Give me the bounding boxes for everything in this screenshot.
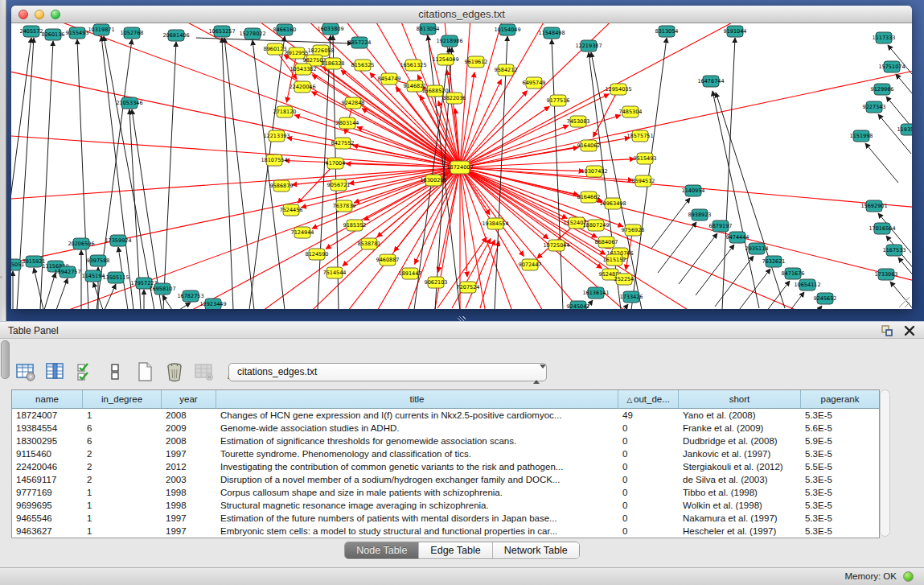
graph-node[interactable]: 8427552 — [331, 138, 355, 149]
graph-node[interactable]: 12213393 — [263, 130, 290, 142]
graph-node[interactable]: 2935114 — [745, 243, 769, 254]
graph-node[interactable]: 17016504 — [869, 223, 895, 234]
graph-node[interactable]: 1733063 — [875, 269, 898, 280]
graph-node[interactable]: 12923449 — [199, 299, 226, 309]
float-panel-icon[interactable] — [881, 324, 893, 337]
graph-node[interactable]: 8960123 — [264, 43, 287, 55]
table-row[interactable]: 1456911722003Disruption of a novel membe… — [12, 473, 879, 486]
graph-node[interactable]: 2405572 — [20, 26, 43, 37]
graph-node[interactable]: 7524456 — [280, 204, 303, 216]
graph-node[interactable]: 1733426 — [620, 291, 643, 303]
delete-column-icon[interactable] — [163, 360, 186, 383]
graph-node[interactable]: 10307432 — [581, 166, 607, 177]
table-row[interactable]: 946362711997Embryonic stem cells: a mode… — [12, 525, 879, 538]
graph-node[interactable]: 12954035 — [605, 84, 631, 95]
graph-node[interactable]: 7514544 — [323, 267, 347, 278]
graph-node[interactable]: 20206596 — [68, 238, 94, 249]
column-header-pagerank[interactable]: pagerank — [801, 390, 879, 408]
graph-node[interactable]: 1167533 — [883, 245, 906, 256]
graph-node[interactable]: 417004 — [326, 158, 346, 169]
graph-node[interactable]: 19384554 — [482, 218, 508, 229]
table-row[interactable]: 969969511998Structural magnetic resonanc… — [12, 499, 879, 512]
window-titlebar[interactable]: citations_edges.txt — [11, 6, 912, 23]
graph-node[interactable]: 9242848 — [342, 97, 365, 109]
graph-node[interactable]: 9191044 — [724, 26, 747, 37]
create-column-icon[interactable] — [133, 360, 156, 383]
citation-network-graph[interactable]: 8960123891295518226058982750381863281054… — [11, 23, 912, 309]
graph-node[interactable]: 1151998 — [850, 130, 873, 142]
column-header-in-degree[interactable]: in_degree — [83, 390, 162, 408]
row-height-icon[interactable] — [104, 360, 126, 383]
table-panel-titlebar[interactable]: Table Panel — [0, 321, 924, 339]
graph-node[interactable]: 9072447 — [519, 259, 542, 270]
column-header-name[interactable]: name — [12, 390, 83, 408]
graph-node[interactable]: 9062103 — [425, 277, 448, 288]
graph-node[interactable]: 16782753 — [177, 290, 203, 302]
graph-node[interactable]: 7207524 — [457, 282, 480, 293]
graph-node[interactable]: 9056721 — [327, 179, 351, 191]
graph-node[interactable]: 7485304 — [619, 106, 643, 117]
show-columns-icon[interactable] — [44, 360, 67, 383]
graph-node[interactable]: 2803144 — [336, 117, 359, 129]
network-canvas[interactable]: 8960123891295518226058982750381863281054… — [11, 23, 912, 309]
graph-node[interactable]: 8164662 — [577, 192, 601, 203]
graph-node[interactable]: 13505115 — [102, 272, 129, 283]
graph-node[interactable]: 7453083 — [567, 116, 590, 127]
graph-node[interactable]: 7857224 — [348, 37, 372, 48]
graph-node[interactable]: 6879197 — [709, 220, 733, 232]
memory-status-indicator[interactable] — [903, 571, 914, 582]
graph-node[interactable]: 9584212 — [495, 64, 518, 76]
graph-node[interactable]: 8822036 — [443, 93, 466, 104]
graph-node[interactable]: 8156325 — [351, 60, 375, 71]
graph-node[interactable]: 9245652 — [814, 293, 837, 304]
graph-node[interactable]: 8471676 — [782, 268, 805, 279]
column-header-short[interactable]: short — [679, 390, 801, 408]
graph-node[interactable]: 9164062 — [577, 140, 601, 151]
table-row[interactable]: 2242004622012Investigating the contribut… — [12, 460, 879, 473]
graph-node[interactable]: 8313054 — [655, 26, 679, 37]
graph-node[interactable]: 15692901 — [860, 200, 887, 212]
graph-node[interactable]: 1615152 — [603, 254, 626, 266]
close-panel-icon[interactable] — [903, 324, 916, 337]
tab-network-table[interactable]: Network Table — [493, 542, 579, 558]
graph-node[interactable]: 16476744 — [697, 76, 724, 87]
graph-node[interactable]: 7124944 — [291, 227, 314, 238]
graph-node[interactable]: 9129966 — [871, 84, 894, 95]
graph-node[interactable]: 1193544 — [897, 124, 912, 135]
graph-node[interactable]: 1117333 — [873, 32, 896, 43]
graph-node[interactable]: 9460887 — [376, 254, 400, 266]
table-scrollbar-thumb[interactable] — [1, 340, 10, 379]
table-row[interactable]: 977716911998Corpus callosum shape and si… — [12, 486, 879, 499]
graph-node[interactable]: 16561325 — [400, 60, 426, 71]
graph-node[interactable]: 9586879 — [270, 180, 294, 192]
graph-node[interactable]: 7637839 — [333, 200, 356, 212]
graph-node[interactable]: 9227343 — [863, 101, 886, 113]
splitter-collapse-icon[interactable]: ‹ — [0, 274, 2, 281]
graph-node[interactable]: 2718120 — [273, 106, 297, 117]
graph-node[interactable]: 9619612 — [465, 56, 488, 68]
column-header-out-de[interactable]: △out_de... — [618, 390, 679, 408]
graph-node[interactable]: 8684067 — [595, 237, 618, 248]
graph-node[interactable]: 15751074 — [878, 61, 905, 72]
select-columns-icon[interactable] — [74, 360, 97, 383]
table-row[interactable]: 946554611997Estimation of the future num… — [12, 512, 879, 525]
graph-node[interactable]: 8186328 — [322, 58, 345, 69]
graph-node[interactable]: 18107554 — [261, 154, 287, 166]
graph-node[interactable]: 252254 — [614, 274, 634, 285]
table-mode-icon[interactable] — [14, 360, 37, 383]
graph-node-hub[interactable]: 18724007 — [446, 161, 473, 174]
graph-node[interactable]: 10654112 — [794, 279, 820, 290]
graph-node[interactable]: 7632621 — [762, 256, 786, 267]
column-header-title[interactable]: title — [216, 390, 618, 408]
graph-node[interactable]: 19218986 — [436, 35, 462, 47]
graph-node[interactable]: 22420046 — [289, 81, 315, 93]
graph-node[interactable]: 8466160 — [273, 24, 297, 35]
graph-node[interactable]: 9155493 — [66, 27, 89, 39]
graph-node[interactable]: 8594512 — [632, 175, 655, 187]
tab-node-table[interactable]: Node Table — [345, 542, 419, 558]
table-row[interactable]: 1872400712008Changes of HCN gene express… — [12, 409, 879, 422]
table-row[interactable]: 1938455462009Genome-wide association stu… — [12, 422, 879, 435]
graph-node[interactable]: 15278022 — [239, 28, 265, 39]
graph-node[interactable]: 1891447 — [399, 268, 422, 279]
graph-node[interactable]: 11548498 — [538, 27, 565, 39]
